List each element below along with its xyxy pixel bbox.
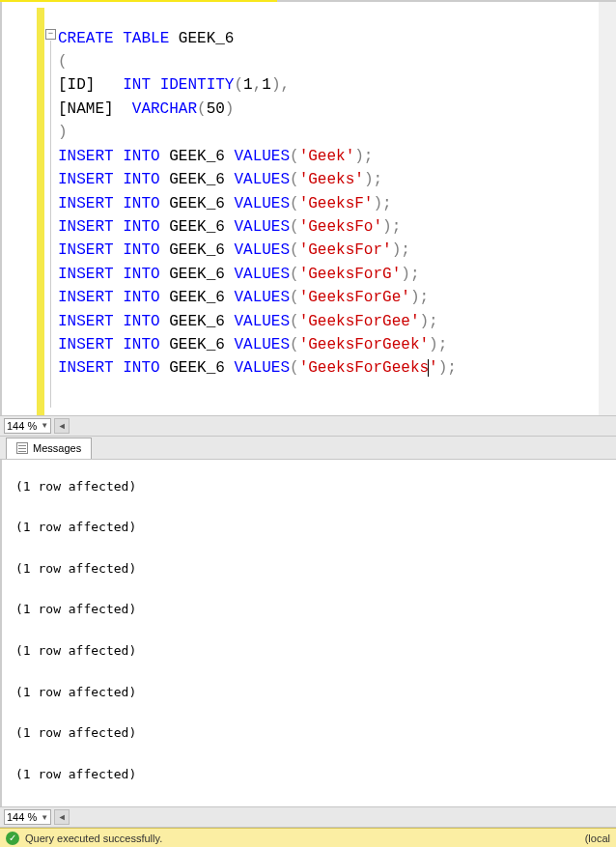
code-line: [NAME] VARCHAR(50) — [58, 98, 597, 121]
check-icon: ✓ — [6, 832, 19, 845]
code-line: INSERT INTO GEEK_6 VALUES('Geeks'); — [58, 168, 597, 191]
code-line: INSERT INTO GEEK_6 VALUES('GeeksForG'); — [58, 263, 597, 286]
code-line: INSERT INTO GEEK_6 VALUES('GeeksF'); — [58, 192, 597, 215]
messages-icon — [16, 442, 28, 454]
code-text-area[interactable]: CREATE TABLE GEEK_6([ID] INT IDENTITY(1,… — [58, 27, 597, 381]
scroll-left-button[interactable]: ◄ — [54, 418, 70, 434]
fold-guide-line — [50, 41, 51, 408]
message-line: (1 row affected) — [15, 725, 602, 741]
results-tabs-row: Messages — [0, 437, 616, 460]
code-line: INSERT INTO GEEK_6 VALUES('Geek'); — [58, 145, 597, 168]
chevron-down-icon: ▼ — [41, 421, 48, 430]
message-line: (1 row affected) — [15, 520, 602, 535]
fold-toggle-icon[interactable]: − — [45, 29, 56, 40]
scroll-left-button-messages[interactable]: ◄ — [54, 809, 70, 825]
code-line: INSERT INTO GEEK_6 VALUES('GeeksForGee')… — [58, 310, 597, 333]
message-line: (1 row affected) — [15, 643, 602, 659]
message-line: (1 row affected) — [15, 685, 602, 700]
chevron-down-icon: ▼ — [41, 813, 48, 822]
code-line: INSERT INTO GEEK_6 VALUES('GeeksFo'); — [58, 215, 597, 239]
messages-zoom-bar: 144 % ▼ ◄ — [0, 806, 616, 828]
status-text: Query executed successfully. — [25, 833, 162, 844]
code-line: ( — [58, 50, 597, 73]
code-line: INSERT INTO GEEK_6 VALUES('GeeksFor'); — [58, 239, 597, 262]
code-line: INSERT INTO GEEK_6 VALUES('GeeksForGeek'… — [58, 333, 597, 356]
sql-editor-pane[interactable]: − CREATE TABLE GEEK_6([ID] INT IDENTITY(… — [0, 2, 616, 415]
change-indicator-bar — [37, 8, 44, 415]
zoom-dropdown[interactable]: 144 % ▼ — [4, 418, 51, 434]
editor-zoom-bar: 144 % ▼ ◄ — [0, 415, 616, 437]
message-line: (1 row affected) — [15, 479, 602, 494]
message-line: (1 row affected) — [15, 602, 602, 617]
tab-messages[interactable]: Messages — [6, 438, 92, 459]
code-line: ) — [58, 121, 597, 144]
messages-output-pane[interactable]: (1 row affected)(1 row affected)(1 row a… — [0, 460, 616, 806]
status-server: (local — [585, 833, 610, 844]
code-line: INSERT INTO GEEK_6 VALUES('GeeksForGe'); — [58, 286, 597, 309]
message-line: (1 row affected) — [15, 561, 602, 577]
code-line: [ID] INT IDENTITY(1,1), — [58, 73, 597, 97]
zoom-value-messages: 144 % — [7, 811, 37, 823]
zoom-dropdown-messages[interactable]: 144 % ▼ — [4, 809, 51, 825]
code-line: INSERT INTO GEEK_6 VALUES('GeeksForGeeks… — [58, 356, 597, 380]
vertical-scrollbar[interactable] — [599, 2, 616, 415]
tab-messages-label: Messages — [33, 442, 81, 454]
line-gutter — [2, 2, 37, 415]
message-line: (1 row affected) — [15, 767, 602, 782]
zoom-value: 144 % — [7, 420, 37, 432]
status-bar: ✓ Query executed successfully. (local — [0, 828, 616, 847]
code-line: CREATE TABLE GEEK_6 — [58, 27, 597, 50]
